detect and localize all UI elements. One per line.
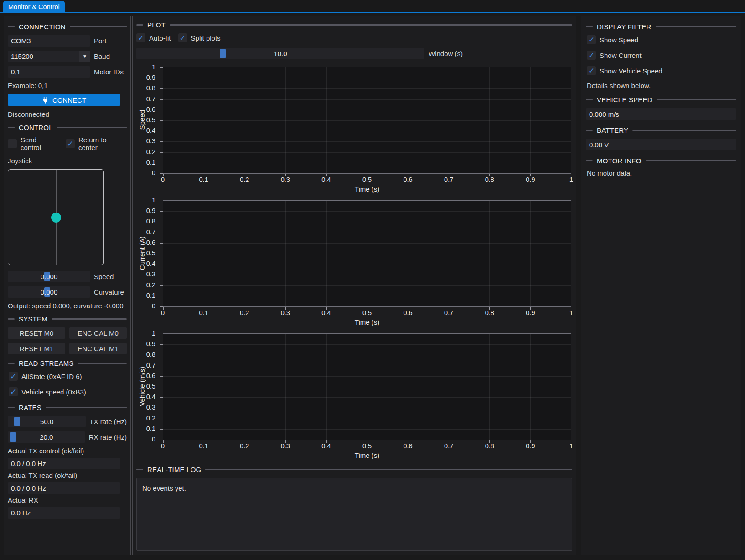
tx-rate-value: 50.0	[8, 416, 86, 427]
window-slider-row: 10.0 Window (s)	[136, 48, 572, 59]
actual-tx-read-label: Actual TX read (ok/fail)	[8, 472, 127, 479]
chevron-down-icon[interactable]: ▼	[79, 51, 90, 62]
section-title-battery: BATTERY	[597, 126, 628, 134]
curvature-slider-row: 0.000 Curvature	[8, 286, 127, 298]
allstate-row: AllState (0xAF ID 6)	[9, 372, 127, 381]
plot-area[interactable]	[163, 200, 571, 307]
checkbox-box	[9, 387, 18, 396]
rx-rate-slider[interactable]: 20.0	[8, 431, 85, 443]
reset-m1-button[interactable]: RESET M1	[8, 343, 65, 354]
y-axis-label-text: Speed	[138, 110, 146, 130]
tx-rate-slider[interactable]: 50.0	[8, 416, 86, 427]
y-tick-label: 0.8	[146, 218, 155, 225]
auto-fit-checkbox[interactable]: Auto-fit	[136, 33, 171, 42]
battery-value: 0.00 V	[586, 139, 736, 150]
show-vehicle-speed-checkbox[interactable]: Show Vehicle Speed	[587, 66, 662, 75]
x-tick-label: 0	[161, 176, 165, 183]
x-tick-label: 0.7	[444, 442, 453, 450]
baud-label: Baud	[94, 52, 110, 60]
y-tick-label: 0.7	[146, 361, 155, 368]
split-plots-checkbox[interactable]: Split plots	[178, 33, 221, 42]
x-tick-label: 0.6	[404, 442, 413, 450]
tab-label: Monitor & Control	[8, 3, 60, 10]
y-tick-mark	[160, 88, 163, 89]
section-header-read-streams: READ STREAMS	[8, 358, 127, 368]
x-tick-label: 0.1	[199, 309, 208, 316]
port-input[interactable]: COM3	[8, 35, 90, 47]
x-tick-labels: 00.10.20.30.40.50.60.70.80.91	[163, 442, 571, 451]
y-tick-label: 0.9	[146, 340, 155, 347]
joystick-pad[interactable]	[8, 169, 104, 265]
y-tick-label: 0	[152, 169, 155, 176]
y-tick-label: 0.5	[146, 116, 155, 124]
x-tick-label: 1	[569, 309, 573, 316]
show-speed-checkbox[interactable]: Show Speed	[587, 35, 638, 44]
connect-button[interactable]: CONNECT	[8, 94, 120, 106]
section-header-rates: RATES	[8, 403, 127, 412]
y-axis-label: Current (A)	[137, 200, 146, 306]
log-output[interactable]: No events yet.	[136, 478, 572, 551]
plot-area[interactable]	[163, 333, 571, 440]
x-tick-label: 0.9	[526, 309, 535, 316]
gridline	[163, 211, 571, 212]
gridline	[163, 355, 571, 355]
window-slider[interactable]: 10.0	[136, 48, 424, 59]
enc-cal-m1-button[interactable]: ENC CAL M1	[69, 343, 127, 354]
plot-panel: PLOT Auto-fit Split plots 10.0 Window (s…	[132, 16, 576, 555]
vehicle-speed-stream-checkbox[interactable]: Vehicle speed (0xB3)	[9, 387, 86, 396]
curvature-slider[interactable]: 0.000	[8, 286, 90, 298]
y-tick-label: 0.4	[146, 393, 155, 400]
y-tick-label: 0.5	[146, 383, 155, 390]
send-control-checkbox[interactable]: Send control	[8, 136, 58, 151]
gridline	[163, 78, 571, 78]
y-tick-mark	[160, 344, 163, 345]
y-tick-label: 0.3	[146, 404, 155, 411]
checkbox-box	[9, 372, 18, 381]
gridline	[163, 429, 571, 430]
motor-ids-input[interactable]: 0,1	[8, 66, 90, 78]
checkbox-box	[178, 33, 187, 42]
separator-dash	[136, 469, 143, 470]
allstate-checkbox[interactable]: AllState (0xAF ID 6)	[9, 372, 82, 381]
motor-ids-row: 0,1 Motor IDs	[8, 66, 127, 78]
enc-cal-m0-button[interactable]: ENC CAL M0	[69, 327, 127, 339]
section-title-rates: RATES	[19, 404, 41, 411]
section-header-display-filter: DISPLAY FILTER	[586, 22, 736, 31]
x-tick-label: 0.3	[281, 442, 290, 450]
show-current-checkbox[interactable]: Show Current	[587, 51, 642, 60]
y-tick-label: 0.6	[146, 239, 155, 246]
section-header-connection: CONNECTION	[8, 22, 127, 31]
plot-area[interactable]	[163, 67, 571, 174]
section-title-display-filter: DISPLAY FILTER	[597, 23, 652, 31]
return-to-center-checkbox[interactable]: Return to center	[66, 136, 127, 151]
gridline	[163, 397, 571, 398]
section-header-control: CONTROL	[8, 123, 127, 132]
x-tick-label: 0	[161, 309, 165, 316]
gridline	[163, 275, 571, 275]
connect-button-label: CONNECT	[52, 96, 86, 104]
actual-tx-control-value: 0.0 / 0.0 Hz	[8, 458, 120, 469]
y-tick-mark	[160, 275, 163, 275]
x-tick-label: 0.2	[240, 442, 249, 450]
x-tick-label: 0.5	[362, 442, 372, 450]
speed-slider[interactable]: 0.000	[8, 271, 90, 282]
section-header-system: SYSTEM	[8, 314, 127, 323]
y-tick-mark	[160, 131, 163, 131]
allstate-label: AllState (0xAF ID 6)	[21, 373, 82, 380]
connection-control-panel: CONNECTION COM3 Port 115200 ▼ Baud 0,1 M…	[4, 16, 131, 555]
y-tick-label: 0.1	[146, 158, 155, 166]
x-tick-labels: 00.10.20.30.40.50.60.70.80.91	[163, 309, 571, 317]
y-tick-mark	[160, 99, 163, 100]
tx-rate-label: TX rate (Hz)	[89, 418, 127, 425]
window-slider-label: Window (s)	[429, 50, 463, 57]
tab-monitor-control[interactable]: Monitor & Control	[3, 1, 65, 12]
x-tick-label: 0.2	[240, 176, 249, 183]
baud-select[interactable]: 115200 ▼	[8, 51, 90, 62]
gridline	[163, 141, 571, 142]
show-vehicle-speed-label: Show Vehicle Speed	[600, 67, 662, 75]
joystick-handle[interactable]	[51, 213, 61, 223]
reset-m0-button[interactable]: RESET M0	[8, 327, 65, 339]
y-tick-mark	[160, 211, 163, 212]
gridline	[163, 99, 571, 100]
gridline	[163, 152, 571, 153]
